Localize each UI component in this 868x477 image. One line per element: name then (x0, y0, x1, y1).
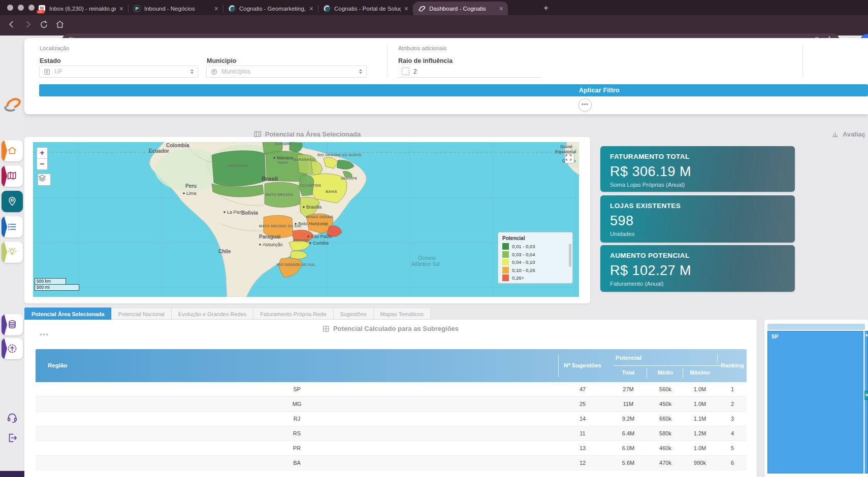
tab-close-icon[interactable]: × (214, 5, 218, 12)
new-tab-button[interactable]: + (543, 1, 549, 15)
table-row[interactable]: RS 11 6.4M 580k 1.2M 4 (36, 426, 747, 441)
map-label: TOCANTINS (300, 184, 321, 187)
reload-icon[interactable] (40, 20, 48, 31)
estado-placeholder: UF (54, 68, 186, 75)
legend-item: 0,10 - 0,26 (502, 267, 568, 274)
map-label: Ecuador (149, 148, 169, 154)
sidebar-item-upload[interactable] (2, 338, 23, 359)
municipio-select[interactable]: Municípios (206, 65, 367, 78)
map-icon (7, 171, 17, 181)
table-row[interactable]: SP 47 27M 560k 1.0M 1 (36, 382, 747, 397)
sidebar-item-database[interactable] (2, 314, 23, 335)
map-label: Brasil (262, 176, 278, 182)
tab-close-icon[interactable]: × (309, 5, 313, 12)
browser-window: M100+Inbox (6,230) - reinaldo.greg×PInbo… (0, 0, 868, 477)
cell-ranking: 5 (715, 441, 750, 455)
kpi-value: 598 (610, 213, 785, 229)
legend-swatch (502, 243, 509, 250)
tab-faturamento-pr-pria-rede[interactable]: Faturamento Própria Rede (253, 308, 333, 320)
treemap-cell-partial-teal[interactable]: R (864, 391, 868, 400)
cell-maximo: 1.0M (682, 382, 718, 396)
cell-ranking: 6 (715, 456, 750, 470)
sidebar-item-idea[interactable] (2, 242, 23, 263)
zoom-in-button[interactable]: + (37, 148, 47, 159)
forward-icon[interactable] (23, 20, 33, 31)
sidebar-item-map[interactable] (2, 165, 23, 187)
col-medio[interactable]: Médio (658, 369, 673, 376)
close-window-button[interactable] (7, 5, 13, 11)
aplicar-filtro-button[interactable]: Aplicar Filtro (39, 84, 868, 96)
col-potencial-group[interactable]: Potencial (616, 355, 641, 361)
table-more-button[interactable]: ••• (40, 331, 49, 338)
raio-input[interactable]: 2 (398, 65, 541, 78)
layers-button[interactable] (38, 174, 51, 186)
browser-tab[interactable]: Cognatis - Portal de Soluções× (318, 2, 413, 15)
map-label: Oceano (418, 255, 436, 261)
legend-swatch (502, 275, 509, 281)
raio-label: Raio de influência (398, 57, 453, 64)
home-icon[interactable] (55, 20, 65, 31)
estado-select[interactable]: UF (39, 65, 198, 78)
table-row[interactable]: BA 12 5.6M 470k 990k 6 (36, 456, 747, 470)
map-label: Atlântico Sul (411, 261, 440, 267)
fullscreen-button[interactable] (565, 154, 574, 163)
cell-total: 5.6M (610, 456, 646, 470)
treemap-cell-partial[interactable]: M (864, 331, 868, 473)
cell-regiao: MG (36, 397, 558, 411)
cell-total: 6.0M (610, 441, 646, 455)
cell-maximo: 1.0M (682, 397, 718, 411)
sidebar-item-location[interactable] (2, 191, 23, 212)
zoom-out-button[interactable]: − (37, 159, 47, 169)
col-ranking[interactable]: Ranking (721, 349, 744, 382)
table-row[interactable]: RJ 14 9.2M 660k 1.1M 3 (36, 412, 747, 426)
map-label: Chile (218, 249, 231, 254)
support-headset-icon[interactable] (7, 412, 18, 423)
more-options-button[interactable]: ••• (578, 98, 592, 112)
browser-tab[interactable]: PInbound - Negócios× (128, 2, 223, 15)
estado-label: Estado (40, 57, 61, 64)
map-canvas[interactable]: SurinameColombiaEcuadorManausBrasilPeruL… (33, 142, 579, 297)
cell-maximo: 1.1M (682, 412, 718, 426)
filter-divider (802, 44, 803, 78)
table-row[interactable]: PR 13 6.0M 460k 1.0M 5 (36, 441, 747, 456)
back-icon[interactable] (7, 20, 16, 31)
browser-tab[interactable]: M100+Inbox (6,230) - reinaldo.greg× (34, 2, 128, 15)
tab-close-icon[interactable]: × (404, 5, 408, 12)
kpi-subtitle: Faturamento (Anual) (610, 281, 785, 287)
home-icon (7, 146, 17, 156)
sidebar-item-list[interactable] (2, 216, 23, 237)
col-sugestoes[interactable]: Nº Sugestões (564, 349, 601, 382)
tab-potencial-nacional[interactable]: Potencial Nacional (111, 308, 172, 320)
location-icon (7, 196, 17, 207)
treemap-cell-sp[interactable]: SP (767, 331, 863, 473)
col-total[interactable]: Total (622, 369, 634, 376)
browser-tab[interactable]: Dashboard - Cognatis× (413, 2, 508, 15)
cell-maximo: 1.2M (682, 426, 718, 440)
ribbon-accent (2, 314, 7, 335)
cell-sugestoes: 13 (558, 441, 607, 455)
logout-icon[interactable] (7, 432, 18, 444)
tab-close-icon[interactable]: × (499, 5, 503, 12)
legend-scrollbar[interactable] (569, 244, 571, 267)
sidebar-item-home[interactable] (2, 140, 23, 161)
minimize-window-button[interactable] (18, 5, 24, 11)
map-label: São Paulo (311, 234, 332, 239)
cell-sugestoes: 12 (558, 456, 607, 470)
tab-close-icon[interactable]: × (119, 5, 123, 12)
map-label: PARANÁ (293, 238, 308, 242)
cell-medio: 580k (648, 426, 683, 440)
tab-potencial-rea-selecionada[interactable]: Potencial Área Selecionada (24, 308, 112, 320)
filter-divider (387, 44, 388, 78)
col-regiao[interactable]: Região (48, 349, 67, 382)
tab-sugest-es[interactable]: Sugestões (333, 308, 374, 320)
browser-tab[interactable]: Cognatis - Geomarketing, An× (223, 2, 318, 15)
header-separator (683, 368, 683, 379)
col-maximo[interactable]: Máximo (690, 369, 710, 376)
browser-tabs: M100+Inbox (6,230) - reinaldo.greg×PInbo… (34, 2, 508, 15)
tab-mapas-tem-ticos[interactable]: Mapas Temáticos (373, 308, 431, 320)
map-zoom-control: + − (37, 147, 48, 170)
table-row[interactable]: MG 25 11M 450k 1.0M 2 (36, 397, 747, 412)
kpi-value: R$ 306.19 M (610, 164, 785, 180)
map-scale-mi: 500 mi (35, 284, 79, 291)
tab-evolu-o-e-grandes-redes[interactable]: Evolução e Grandes Redes (171, 308, 254, 320)
